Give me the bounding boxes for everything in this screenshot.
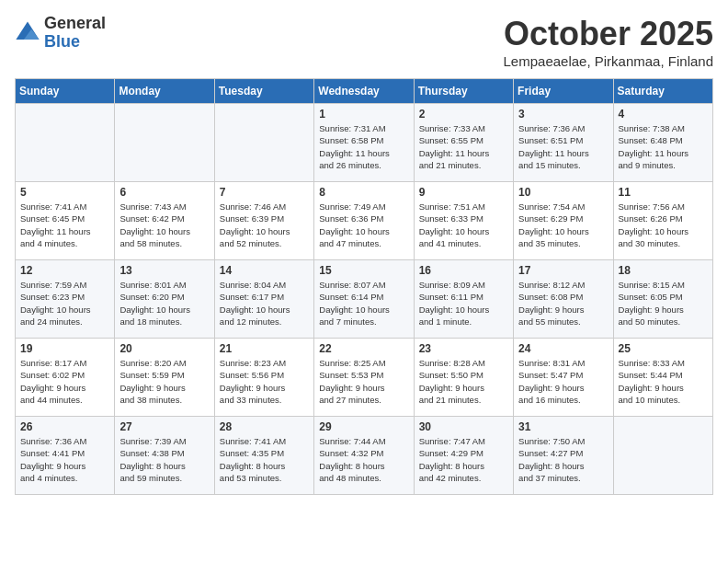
cell-info: Sunrise: 8:31 AM Sunset: 5:47 PM Dayligh… — [518, 357, 608, 406]
cell-info: Sunrise: 7:43 AM Sunset: 6:42 PM Dayligh… — [119, 201, 209, 249]
calendar-cell: 21Sunrise: 8:23 AM Sunset: 5:56 PM Dayli… — [214, 339, 313, 417]
cell-info: Sunrise: 7:41 AM Sunset: 6:45 PM Dayligh… — [20, 201, 109, 249]
day-number: 10 — [518, 186, 608, 199]
calendar-cell: 29Sunrise: 7:44 AM Sunset: 4:32 PM Dayli… — [314, 417, 414, 495]
cell-info: Sunrise: 7:36 AM Sunset: 6:51 PM Dayligh… — [518, 122, 608, 171]
header-wednesday: Wednesday — [314, 79, 414, 104]
day-number: 19 — [20, 342, 109, 355]
day-number: 9 — [419, 186, 508, 199]
cell-info: Sunrise: 7:56 AM Sunset: 6:26 PM Dayligh… — [619, 201, 708, 249]
calendar-cell: 3Sunrise: 7:36 AM Sunset: 6:51 PM Daylig… — [514, 104, 613, 182]
day-number: 20 — [119, 342, 209, 355]
day-number: 6 — [119, 186, 209, 199]
calendar-cell: 8Sunrise: 7:49 AM Sunset: 6:36 PM Daylig… — [314, 182, 414, 260]
day-number: 7 — [220, 186, 309, 199]
calendar-cell: 4Sunrise: 7:38 AM Sunset: 6:48 PM Daylig… — [613, 104, 712, 182]
day-number: 8 — [319, 186, 408, 199]
calendar-cell: 14Sunrise: 8:04 AM Sunset: 6:17 PM Dayli… — [214, 260, 313, 339]
day-number: 30 — [419, 420, 508, 433]
cell-info: Sunrise: 7:54 AM Sunset: 6:29 PM Dayligh… — [518, 201, 608, 249]
day-number: 2 — [419, 108, 508, 121]
calendar-cell — [115, 104, 214, 182]
calendar-cell: 26Sunrise: 7:36 AM Sunset: 4:41 PM Dayli… — [16, 417, 115, 495]
day-number: 14 — [220, 264, 309, 277]
day-number: 5 — [20, 186, 109, 199]
cell-info: Sunrise: 7:59 AM Sunset: 6:23 PM Dayligh… — [20, 279, 109, 327]
calendar-cell: 13Sunrise: 8:01 AM Sunset: 6:20 PM Dayli… — [115, 260, 214, 339]
calendar-cell: 12Sunrise: 7:59 AM Sunset: 6:23 PM Dayli… — [16, 260, 115, 339]
cell-info: Sunrise: 7:33 AM Sunset: 6:55 PM Dayligh… — [419, 122, 508, 171]
day-number: 26 — [20, 420, 109, 433]
calendar-cell: 24Sunrise: 8:31 AM Sunset: 5:47 PM Dayli… — [514, 339, 613, 417]
day-number: 22 — [319, 342, 408, 355]
cell-info: Sunrise: 8:01 AM Sunset: 6:20 PM Dayligh… — [119, 279, 209, 327]
logo-text: General Blue — [44, 15, 106, 52]
cell-info: Sunrise: 7:44 AM Sunset: 4:32 PM Dayligh… — [319, 435, 408, 484]
calendar-header-row: SundayMondayTuesdayWednesdayThursdayFrid… — [16, 79, 713, 104]
cell-info: Sunrise: 7:38 AM Sunset: 6:48 PM Dayligh… — [619, 122, 708, 171]
calendar-cell: 15Sunrise: 8:07 AM Sunset: 6:14 PM Dayli… — [314, 260, 414, 339]
calendar-cell: 9Sunrise: 7:51 AM Sunset: 6:33 PM Daylig… — [414, 182, 513, 260]
calendar-cell: 5Sunrise: 7:41 AM Sunset: 6:45 PM Daylig… — [16, 182, 115, 260]
logo-icon — [15, 20, 40, 46]
title-block: October 2025 Lempaeaelae, Pirkanmaa, Fin… — [504, 15, 713, 69]
cell-info: Sunrise: 7:39 AM Sunset: 4:38 PM Dayligh… — [119, 435, 209, 484]
calendar-cell — [16, 104, 115, 182]
cell-info: Sunrise: 7:49 AM Sunset: 6:36 PM Dayligh… — [319, 201, 408, 249]
day-number: 29 — [319, 420, 408, 433]
cell-info: Sunrise: 7:41 AM Sunset: 4:35 PM Dayligh… — [220, 435, 309, 484]
calendar-cell: 10Sunrise: 7:54 AM Sunset: 6:29 PM Dayli… — [514, 182, 613, 260]
month-title: October 2025 — [504, 15, 713, 53]
calendar-cell: 11Sunrise: 7:56 AM Sunset: 6:26 PM Dayli… — [613, 182, 712, 260]
cell-info: Sunrise: 8:20 AM Sunset: 5:59 PM Dayligh… — [119, 357, 209, 406]
header-tuesday: Tuesday — [214, 79, 313, 104]
header-friday: Friday — [514, 79, 613, 104]
calendar-cell: 22Sunrise: 8:25 AM Sunset: 5:53 PM Dayli… — [314, 339, 414, 417]
day-number: 16 — [419, 264, 508, 277]
calendar-cell: 23Sunrise: 8:28 AM Sunset: 5:50 PM Dayli… — [414, 339, 513, 417]
day-number: 23 — [419, 342, 508, 355]
cell-info: Sunrise: 8:23 AM Sunset: 5:56 PM Dayligh… — [220, 357, 309, 406]
header-monday: Monday — [115, 79, 214, 104]
cell-info: Sunrise: 8:15 AM Sunset: 6:05 PM Dayligh… — [619, 279, 708, 327]
cell-info: Sunrise: 8:07 AM Sunset: 6:14 PM Dayligh… — [319, 279, 408, 327]
header-sunday: Sunday — [16, 79, 115, 104]
day-number: 21 — [220, 342, 309, 355]
calendar-cell: 31Sunrise: 7:50 AM Sunset: 4:27 PM Dayli… — [514, 417, 613, 495]
week-row-3: 19Sunrise: 8:17 AM Sunset: 6:02 PM Dayli… — [16, 339, 713, 417]
day-number: 17 — [518, 264, 608, 277]
calendar-cell: 16Sunrise: 8:09 AM Sunset: 6:11 PM Dayli… — [414, 260, 513, 339]
calendar-cell — [214, 104, 313, 182]
day-number: 15 — [319, 264, 408, 277]
cell-info: Sunrise: 8:17 AM Sunset: 6:02 PM Dayligh… — [20, 357, 109, 406]
day-number: 3 — [518, 108, 608, 121]
cell-info: Sunrise: 8:28 AM Sunset: 5:50 PM Dayligh… — [419, 357, 508, 406]
header-thursday: Thursday — [414, 79, 513, 104]
cell-info: Sunrise: 7:36 AM Sunset: 4:41 PM Dayligh… — [20, 435, 109, 484]
cell-info: Sunrise: 8:09 AM Sunset: 6:11 PM Dayligh… — [419, 279, 508, 327]
week-row-1: 5Sunrise: 7:41 AM Sunset: 6:45 PM Daylig… — [16, 182, 713, 260]
calendar-cell: 30Sunrise: 7:47 AM Sunset: 4:29 PM Dayli… — [414, 417, 513, 495]
header-saturday: Saturday — [613, 79, 712, 104]
cell-info: Sunrise: 7:47 AM Sunset: 4:29 PM Dayligh… — [419, 435, 508, 484]
logo-blue-text: Blue — [44, 33, 106, 52]
cell-info: Sunrise: 8:25 AM Sunset: 5:53 PM Dayligh… — [319, 357, 408, 406]
calendar-cell: 28Sunrise: 7:41 AM Sunset: 4:35 PM Dayli… — [214, 417, 313, 495]
calendar-table: SundayMondayTuesdayWednesdayThursdayFrid… — [15, 78, 713, 495]
cell-info: Sunrise: 8:04 AM Sunset: 6:17 PM Dayligh… — [220, 279, 309, 327]
day-number: 25 — [619, 342, 708, 355]
day-number: 1 — [319, 108, 408, 121]
calendar-cell: 6Sunrise: 7:43 AM Sunset: 6:42 PM Daylig… — [115, 182, 214, 260]
cell-info: Sunrise: 7:31 AM Sunset: 6:58 PM Dayligh… — [319, 122, 408, 171]
cell-info: Sunrise: 8:33 AM Sunset: 5:44 PM Dayligh… — [619, 357, 708, 406]
day-number: 28 — [220, 420, 309, 433]
day-number: 12 — [20, 264, 109, 277]
calendar-cell: 1Sunrise: 7:31 AM Sunset: 6:58 PM Daylig… — [314, 104, 414, 182]
day-number: 13 — [119, 264, 209, 277]
logo-general-text: General — [44, 15, 106, 33]
location-text: Lempaeaelae, Pirkanmaa, Finland — [504, 53, 713, 69]
cell-info: Sunrise: 7:51 AM Sunset: 6:33 PM Dayligh… — [419, 201, 508, 249]
calendar-cell: 18Sunrise: 8:15 AM Sunset: 6:05 PM Dayli… — [613, 260, 712, 339]
calendar-cell: 17Sunrise: 8:12 AM Sunset: 6:08 PM Dayli… — [514, 260, 613, 339]
day-number: 27 — [119, 420, 209, 433]
